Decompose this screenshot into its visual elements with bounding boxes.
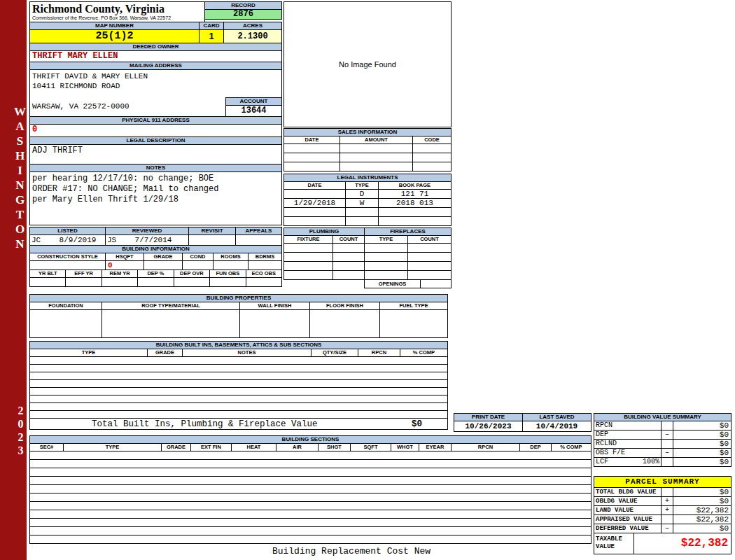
builtin-qty-label: QTY/SIZE bbox=[312, 349, 358, 357]
parcel-op: + bbox=[662, 497, 673, 506]
foundation-label: FOUNDATION bbox=[30, 302, 102, 310]
parcel-op: + bbox=[662, 506, 673, 515]
sales-empty-row bbox=[284, 144, 451, 153]
last-saved-value: 10/4/2019 bbox=[522, 421, 592, 432]
built-ins-panel: BUILDING BUILT INS, BASEMENTS, ATTICS & … bbox=[29, 341, 448, 430]
building-sections-empty-row bbox=[30, 451, 592, 460]
building-sections-empty-row bbox=[30, 510, 592, 519]
sidebar: WASHINGTON 2023 bbox=[0, 0, 27, 560]
bvs-value: $0 bbox=[673, 458, 732, 467]
built-ins-empty-row bbox=[30, 357, 448, 365]
bvs-label-right: 100% bbox=[643, 458, 659, 466]
plumbing-fireplaces-table: FIXTURE COUNT TYPE COUNT bbox=[284, 235, 451, 280]
bvs-row: RCLND $0 bbox=[594, 440, 732, 449]
dep-label: DEP bbox=[520, 444, 552, 451]
rem-yr-label: REM YR bbox=[102, 270, 138, 278]
built-ins-total-row: Total Built Ins, Plumbing & Fireplace Va… bbox=[29, 418, 448, 430]
bdrms-label: BDRMS bbox=[248, 253, 282, 261]
bvs-label: OBS F/E bbox=[596, 449, 625, 457]
parcel-row: DEFERRED VALUE – $0 bbox=[594, 524, 732, 533]
fuel-type-label: FUEL TYPE bbox=[380, 302, 448, 310]
grade-label: GRADE bbox=[144, 253, 183, 261]
sidebar-district-label: WASHINGTON bbox=[0, 105, 27, 252]
building-sections-empty-row bbox=[30, 460, 592, 468]
eco-obs-label: ECO OBS bbox=[246, 270, 282, 278]
parcel-op: – bbox=[662, 524, 673, 533]
construction-style-value bbox=[30, 261, 106, 270]
parcel-value: $0 bbox=[673, 488, 732, 497]
legal-instrument-row: D 121 71 bbox=[284, 190, 451, 199]
builtin-type-label: TYPE bbox=[30, 349, 148, 357]
built-ins-empty-row bbox=[30, 403, 448, 411]
rooms-value bbox=[214, 261, 248, 270]
builtin-notes-label: NOTES bbox=[183, 349, 312, 357]
builtin-grade-label: GRADE bbox=[148, 349, 183, 357]
floor-finish-label: FLOOR FINISH bbox=[310, 302, 380, 310]
building-sections-empty-row bbox=[30, 527, 592, 536]
fireplace-type-label: TYPE bbox=[365, 236, 408, 244]
built-ins-empty-row bbox=[30, 411, 448, 419]
parcel-row: LAND VALUE + $22,382 bbox=[594, 506, 732, 515]
comp-label: % COMP bbox=[552, 444, 592, 451]
plumbing-fireplaces-panel: PLUMBING FIREPLACES FIXTURE COUNT TYPE C… bbox=[284, 227, 451, 288]
sec-label: SEC# bbox=[30, 444, 64, 451]
county-title: Richmond County, Virginia bbox=[32, 3, 202, 15]
legal-instruments-table: DATE TYPE BOOK PAGE D 121 71 1/29/2018 W… bbox=[284, 181, 451, 226]
appeals-value bbox=[235, 234, 282, 246]
plumbing-count-label: COUNT bbox=[333, 236, 365, 244]
bvs-op bbox=[662, 421, 673, 430]
parcel-label: APPRAISED VALUE bbox=[594, 515, 662, 524]
bvs-label: LCF bbox=[596, 458, 608, 466]
rpcn-label: RPCN bbox=[451, 444, 520, 451]
instrument-type-label: TYPE bbox=[346, 182, 379, 190]
building-sections-panel: BUILDING SECTIONS SEC# TYPE GRADE EXT FI… bbox=[29, 435, 592, 544]
built-ins-total-value: $0 bbox=[412, 419, 422, 429]
notes-line-2: ORDER #17: NO CHANGE; Mail to changed bbox=[32, 184, 279, 195]
bvs-op: – bbox=[662, 449, 673, 458]
floor-finish-value bbox=[310, 310, 380, 338]
building-sections-empty-row bbox=[30, 477, 592, 485]
eff-yr-value bbox=[66, 278, 102, 287]
openings-row: OPENINGS bbox=[284, 279, 451, 288]
rem-yr-value bbox=[102, 278, 138, 287]
instrument-bookpage-label: BOOK PAGE bbox=[379, 182, 451, 190]
instrument-type: W bbox=[346, 199, 379, 208]
cond-value bbox=[183, 261, 214, 270]
built-ins-empty-row bbox=[30, 380, 448, 388]
bvs-value: $0 bbox=[673, 421, 732, 430]
building-value-summary-table: RPCN $0 DEP – $0 RCLND $ bbox=[594, 421, 732, 467]
building-sections-empty-row bbox=[30, 485, 592, 493]
account-value: 13644 bbox=[225, 105, 282, 117]
sales-amount-label: AMOUNT bbox=[340, 136, 413, 144]
hsqft-value: 0 bbox=[106, 261, 144, 270]
mailing-line-2: 10411 RICHMOND ROAD bbox=[32, 81, 279, 91]
mailing-address-box: THRIFT DAVID & MARY ELLEN 10411 RICHMOND… bbox=[29, 69, 282, 117]
foundation-value bbox=[30, 310, 102, 338]
roof-type-label: ROOF TYPE/MATERIAL bbox=[102, 302, 240, 310]
sales-empty-row bbox=[284, 162, 451, 172]
instrument-date bbox=[284, 190, 346, 199]
listed-value: JC 8/9/2019 bbox=[29, 234, 106, 246]
deeded-owner-value: THRIFT MARY ELLEN bbox=[29, 50, 282, 62]
grade-value bbox=[144, 261, 183, 270]
parcel-op bbox=[662, 515, 673, 524]
sales-date-label: DATE bbox=[284, 136, 340, 144]
parcel-label: LAND VALUE bbox=[594, 506, 662, 515]
dep-pct-value bbox=[138, 278, 174, 287]
built-ins-empty-row bbox=[30, 372, 448, 380]
eff-yr-label: EFF YR bbox=[66, 270, 102, 278]
record-block: RECORD 2876 bbox=[204, 1, 282, 22]
sales-information-panel: SALES INFORMATION DATE AMOUNT CODE bbox=[284, 128, 451, 172]
building-properties-values bbox=[30, 310, 448, 338]
bvs-label: RCLND bbox=[596, 440, 617, 448]
dep-ovr-value bbox=[174, 278, 210, 287]
building-information-table: CONSTRUCTION STYLE HSQFT GRADE COND ROOM… bbox=[29, 253, 282, 287]
parcel-row: TOTAL BLDG VALUE $0 bbox=[594, 488, 732, 497]
bvs-row: RPCN $0 bbox=[594, 421, 732, 430]
instrument-date: 1/29/2018 bbox=[284, 199, 346, 208]
heat-label: HEAT bbox=[232, 444, 276, 451]
map-value-row: 25(1)2 1 2.1300 bbox=[29, 29, 282, 43]
commissioner-line: Commissioner of the Revenue, PO Box 366,… bbox=[32, 15, 202, 21]
legal-description-value: ADJ THRIFT bbox=[29, 144, 282, 164]
dep-ovr-label: DEP OVR bbox=[174, 270, 210, 278]
